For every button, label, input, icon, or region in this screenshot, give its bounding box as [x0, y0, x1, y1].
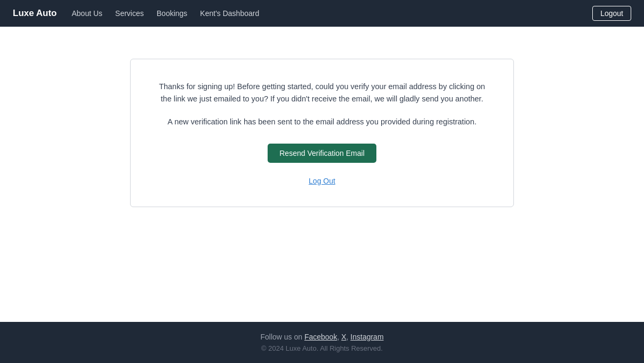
resend-verification-button[interactable]: Resend Verification Email [268, 144, 376, 163]
verification-card: Thanks for signing up! Before getting st… [130, 59, 514, 207]
nav-link-about-us[interactable]: About Us [71, 9, 102, 18]
footer: Follow us on Facebook, X, Instagram © 20… [0, 322, 644, 363]
footer-link-facebook[interactable]: Facebook [304, 333, 337, 341]
nav-link-kents-dashboard[interactable]: Kent's Dashboard [200, 9, 259, 18]
navbar: Luxe Auto About Us Services Bookings Ken… [0, 0, 644, 27]
footer-follow-text: Follow us on Facebook, X, Instagram [13, 333, 631, 341]
footer-link-instagram[interactable]: Instagram [350, 333, 383, 341]
main-content: Thanks for signing up! Before getting st… [0, 27, 644, 322]
nav-link-services[interactable]: Services [115, 9, 144, 18]
nav-link-bookings[interactable]: Bookings [157, 9, 188, 18]
nav-brand[interactable]: Luxe Auto [13, 8, 57, 19]
nav-links: About Us Services Bookings Kent's Dashbo… [71, 9, 577, 18]
follow-label: Follow us on [260, 333, 304, 341]
nav-logout-button[interactable]: Logout [592, 6, 631, 21]
verification-sent-message: A new verification link has been sent to… [156, 116, 488, 128]
footer-link-x[interactable]: X [341, 333, 346, 341]
footer-copyright: © 2024 Luxe Auto. All Rights Reserved. [13, 344, 631, 352]
logout-link[interactable]: Log Out [156, 177, 488, 185]
verification-message: Thanks for signing up! Before getting st… [156, 81, 488, 105]
